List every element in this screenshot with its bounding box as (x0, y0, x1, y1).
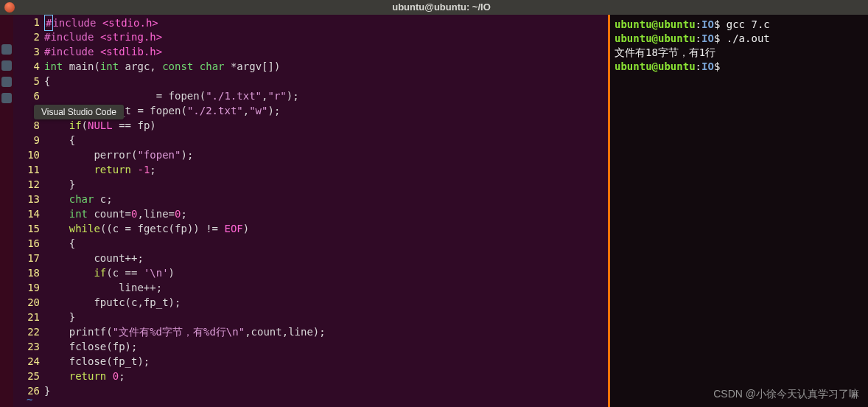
code-line[interactable]: { (44, 236, 608, 251)
line-number: 9 (13, 133, 40, 147)
line-number: 15 (13, 221, 40, 236)
terminal-line: ubuntu@ubuntu:IO$ (615, 60, 864, 74)
main-area: 1234567891011121314151617181920212223242… (0, 15, 868, 407)
terminal-line: ubuntu@ubuntu:IO$ ./a.out (615, 32, 864, 46)
line-number: 13 (13, 192, 40, 206)
code-line[interactable]: #include <string.h> (44, 29, 608, 44)
code-line[interactable]: { (44, 133, 608, 147)
line-number: 14 (13, 206, 40, 221)
code-line[interactable]: fclose(fp); (44, 339, 608, 354)
line-number: 8 (13, 118, 40, 133)
line-number: 6 (13, 88, 40, 103)
terminal-line: 文件有18字节，有1行 (615, 46, 864, 60)
window-titlebar: ubuntu@ubuntu: ~/IO (0, 0, 868, 15)
line-number: 18 (13, 265, 40, 280)
editor-pane[interactable]: 1234567891011121314151617181920212223242… (13, 15, 608, 407)
code-line[interactable]: int main(int argc, const char *argv[]) (44, 59, 608, 74)
line-number: 1 (13, 15, 40, 29)
line-number: 2 (13, 29, 40, 44)
line-number: 23 (13, 339, 40, 354)
code-line[interactable]: count++; (44, 251, 608, 265)
code-line[interactable]: return 0; (44, 369, 608, 383)
line-number: 24 (13, 354, 40, 369)
code-line[interactable]: fclose(fp_t); (44, 354, 608, 369)
watermark: CSDN @小徐今天认真学习了嘛 (713, 388, 859, 401)
line-number: 16 (13, 236, 40, 251)
code-line[interactable]: #include <stdio.h> (44, 15, 608, 29)
line-number: 20 (13, 295, 40, 310)
code-line[interactable]: } (44, 177, 608, 192)
code-line[interactable]: { (44, 74, 608, 88)
launcher-icon[interactable] (1, 44, 12, 55)
terminal-pane[interactable]: ubuntu@ubuntu:IO$ gcc 7.cubuntu@ubuntu:I… (610, 15, 868, 407)
code-line[interactable]: = fopen("./1.txt","r"); (44, 88, 608, 103)
line-number: 5 (13, 74, 40, 88)
close-icon[interactable] (4, 2, 15, 13)
vim-tilde: ~ (27, 392, 32, 407)
code-line[interactable]: perror("fopen"); (44, 147, 608, 162)
code-line[interactable]: } (44, 383, 608, 398)
code-line[interactable]: } (44, 310, 608, 324)
code-line[interactable]: return -1; (44, 162, 608, 177)
code-area[interactable]: #include <stdio.h>#include <string.h>#in… (44, 15, 608, 407)
line-number: 19 (13, 280, 40, 295)
line-number: 3 (13, 44, 40, 59)
code-line[interactable]: while((c = fgetc(fp)) != EOF) (44, 221, 608, 236)
terminal-line: ubuntu@ubuntu:IO$ gcc 7.c (615, 18, 864, 32)
code-line[interactable]: FILE *fp_t = fopen("./2.txt","w"); (44, 103, 608, 118)
launcher-icon[interactable] (1, 77, 12, 87)
line-number: 11 (13, 162, 40, 177)
line-number: 21 (13, 310, 40, 324)
launcher-icon[interactable] (1, 60, 12, 71)
line-number: 4 (13, 59, 40, 74)
code-line[interactable]: #include <stdlib.h> (44, 44, 608, 59)
code-line[interactable]: if(NULL == fp) (44, 118, 608, 133)
code-line[interactable]: if(c == '\n') (44, 265, 608, 280)
launcher-bar (0, 15, 13, 407)
line-number: 17 (13, 251, 40, 265)
code-line[interactable]: char c; (44, 192, 608, 206)
code-line[interactable]: line++; (44, 280, 608, 295)
launcher-icon[interactable] (1, 93, 12, 103)
line-number: 12 (13, 177, 40, 192)
line-number: 10 (13, 147, 40, 162)
line-number-gutter: 1234567891011121314151617181920212223242… (13, 15, 44, 407)
code-line[interactable]: printf("文件有%d字节，有%d行\n",count,line); (44, 324, 608, 339)
code-line[interactable]: fputc(c,fp_t); (44, 295, 608, 310)
line-number: 22 (13, 324, 40, 339)
line-number: 25 (13, 369, 40, 383)
hover-tooltip: Visual Studio Code (34, 105, 124, 119)
window-title: ubuntu@ubuntu: ~/IO (15, 0, 868, 15)
code-line[interactable]: int count=0,line=0; (44, 206, 608, 221)
